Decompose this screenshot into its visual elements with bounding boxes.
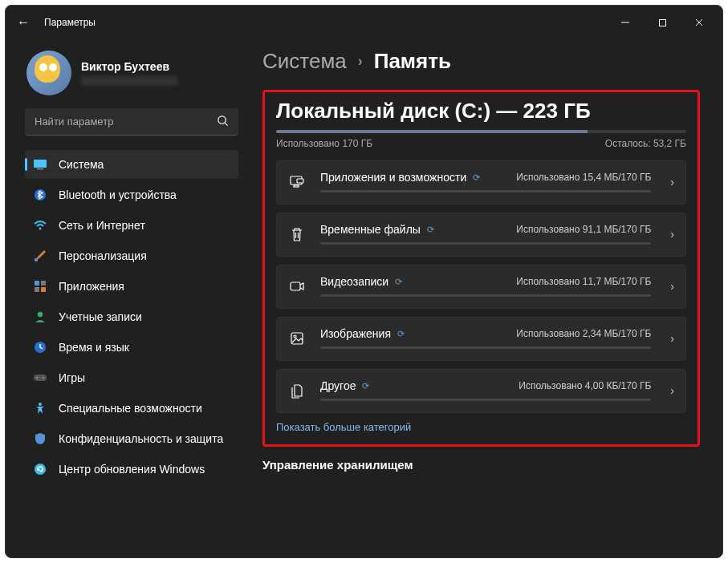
close-button[interactable] bbox=[681, 10, 718, 35]
storage-section: Локальный диск (C:) — 223 ГБ Использован… bbox=[262, 90, 700, 447]
profile-name: Виктор Бухтеев bbox=[81, 60, 177, 73]
profile-text: Виктор Бухтеев bbox=[81, 60, 177, 86]
apps-icon bbox=[33, 279, 47, 294]
sidebar-item-label: Центр обновления Windows bbox=[59, 463, 205, 476]
category-label: Временные файлы bbox=[320, 223, 421, 236]
chevron-right-icon: › bbox=[665, 332, 674, 345]
system-icon bbox=[33, 157, 47, 172]
sidebar-item-privacy[interactable]: Конфиденциальность и защита bbox=[25, 424, 238, 453]
svg-point-21 bbox=[35, 464, 46, 475]
svg-point-10 bbox=[35, 258, 38, 261]
sidebar-item-label: Специальные возможности bbox=[59, 402, 202, 415]
sidebar-item-accessibility[interactable]: Специальные возможности bbox=[25, 394, 238, 423]
category-apps[interactable]: Приложения и возможности ⟳ Использовано … bbox=[276, 160, 686, 205]
maximize-button[interactable] bbox=[644, 10, 681, 35]
category-usage: Использовано 91,1 МБ/170 ГБ bbox=[516, 224, 651, 235]
sidebar-item-bluetooth[interactable]: Bluetooth и устройства bbox=[25, 180, 238, 209]
video-icon bbox=[288, 277, 306, 295]
svg-point-9 bbox=[39, 228, 42, 230]
profile-email-blurred bbox=[81, 76, 177, 86]
sidebar-item-label: Конфиденциальность и защита bbox=[59, 432, 223, 445]
bluetooth-icon bbox=[33, 188, 47, 202]
svg-rect-1 bbox=[659, 19, 665, 26]
sidebar-item-label: Игры bbox=[59, 371, 85, 384]
category-label: Другое bbox=[320, 379, 356, 392]
sidebar-item-windows-update[interactable]: Центр обновления Windows bbox=[25, 455, 238, 484]
category-images[interactable]: Изображения ⟳ Использовано 2,34 МБ/170 Г… bbox=[276, 317, 686, 361]
sidebar-item-label: Приложения bbox=[59, 280, 124, 293]
loading-icon: ⟳ bbox=[473, 172, 480, 183]
search-input[interactable] bbox=[35, 115, 217, 128]
show-more-link[interactable]: Показать больше категорий bbox=[276, 421, 686, 433]
svg-rect-23 bbox=[294, 185, 299, 187]
back-arrow-icon[interactable]: ← bbox=[17, 15, 30, 30]
disk-used: Использовано 170 ГБ bbox=[276, 138, 605, 149]
accounts-icon bbox=[33, 310, 47, 324]
sidebar-item-accounts[interactable]: Учетные записи bbox=[25, 302, 238, 331]
brush-icon bbox=[33, 249, 47, 263]
category-usage: Использовано 4,00 КБ/170 ГБ bbox=[519, 380, 651, 391]
svg-rect-14 bbox=[41, 287, 46, 292]
svg-rect-17 bbox=[34, 375, 47, 381]
apps-features-icon bbox=[288, 173, 306, 191]
disk-stats: Использовано 170 ГБ Осталось: 53,2 ГБ bbox=[276, 138, 686, 149]
sidebar-item-network[interactable]: Сеть и Интернет bbox=[25, 211, 238, 240]
avatar bbox=[26, 51, 71, 95]
disk-remaining: Осталось: 53,2 ГБ bbox=[605, 138, 686, 149]
chevron-right-icon: › bbox=[358, 53, 363, 70]
category-label: Видеозаписи bbox=[320, 275, 388, 288]
sidebar-item-label: Система bbox=[59, 158, 104, 171]
category-bar bbox=[320, 346, 651, 349]
wifi-icon bbox=[33, 218, 47, 233]
svg-line-5 bbox=[225, 123, 227, 125]
disk-usage-bar bbox=[276, 130, 686, 133]
disk-title: Локальный диск (C:) — 223 ГБ bbox=[276, 99, 686, 124]
category-temp-files[interactable]: Временные файлы ⟳ Использовано 91,1 МБ/1… bbox=[276, 213, 686, 257]
category-videos[interactable]: Видеозаписи ⟳ Использовано 11,7 МБ/170 Г… bbox=[276, 265, 686, 309]
category-usage: Использовано 15,4 МБ/170 ГБ bbox=[516, 172, 651, 183]
category-bar bbox=[320, 294, 651, 297]
settings-window: ← Параметры Виктор Бухтеев bbox=[5, 5, 723, 558]
sidebar-item-system[interactable]: Система bbox=[25, 150, 238, 179]
window-controls bbox=[607, 10, 718, 35]
chevron-right-icon: › bbox=[665, 176, 674, 188]
breadcrumb-root[interactable]: Система bbox=[262, 49, 347, 74]
disk-usage-fill bbox=[276, 130, 588, 133]
sidebar-item-apps[interactable]: Приложения bbox=[25, 272, 238, 301]
sidebar-item-time-language[interactable]: Время и язык bbox=[25, 333, 238, 362]
loading-icon: ⟳ bbox=[395, 277, 402, 287]
gaming-icon bbox=[33, 371, 47, 385]
breadcrumb: Система › Память bbox=[262, 46, 700, 90]
sidebar-item-label: Сеть и Интернет bbox=[59, 219, 145, 232]
sidebar-item-personalization[interactable]: Персонализация bbox=[25, 241, 238, 270]
app-title: Параметры bbox=[44, 17, 96, 28]
chevron-right-icon: › bbox=[665, 228, 674, 241]
nav: Система Bluetooth и устройства Сеть и Ин… bbox=[25, 150, 238, 484]
minimize-button[interactable] bbox=[607, 10, 644, 35]
category-bar bbox=[320, 399, 651, 401]
sidebar-item-gaming[interactable]: Игры bbox=[25, 363, 238, 392]
svg-point-4 bbox=[218, 115, 226, 123]
sidebar-item-label: Время и язык bbox=[59, 341, 129, 354]
svg-rect-13 bbox=[35, 287, 39, 292]
profile[interactable]: Виктор Бухтеев bbox=[25, 47, 238, 108]
category-label: Приложения и возможности bbox=[320, 171, 466, 184]
svg-point-29 bbox=[294, 335, 296, 338]
sidebar-item-label: Учетные записи bbox=[59, 310, 142, 323]
svg-rect-27 bbox=[291, 282, 300, 290]
shield-icon bbox=[33, 431, 47, 446]
category-other[interactable]: Другое ⟳ Использовано 4,00 КБ/170 ГБ › bbox=[276, 369, 686, 413]
category-bar bbox=[320, 190, 651, 192]
loading-icon: ⟳ bbox=[397, 329, 405, 339]
search-box[interactable] bbox=[25, 108, 238, 136]
loading-icon: ⟳ bbox=[362, 381, 369, 391]
sidebar: Виктор Бухтеев Система Bluetooth и устро… bbox=[6, 39, 246, 557]
loading-icon: ⟳ bbox=[427, 225, 434, 235]
category-usage: Использовано 11,7 МБ/170 ГБ bbox=[516, 276, 651, 287]
svg-rect-6 bbox=[34, 160, 47, 168]
file-icon bbox=[288, 382, 306, 399]
svg-rect-11 bbox=[35, 281, 39, 286]
page-title: Память bbox=[374, 49, 451, 74]
storage-management-heading: Управление хранилищем bbox=[262, 458, 700, 472]
chevron-right-icon: › bbox=[665, 384, 674, 397]
